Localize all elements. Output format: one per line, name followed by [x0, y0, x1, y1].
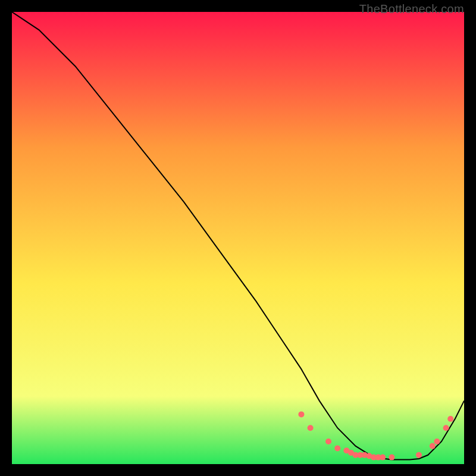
- data-marker: [380, 455, 386, 461]
- data-marker: [389, 455, 394, 461]
- data-marker: [443, 425, 449, 431]
- data-marker: [298, 411, 304, 417]
- data-marker: [308, 425, 314, 431]
- data-marker: [447, 416, 453, 422]
- chart-plot-area: [12, 12, 464, 464]
- data-marker: [416, 452, 422, 458]
- data-marker: [325, 439, 331, 444]
- data-marker: [434, 439, 440, 444]
- watermark-label: TheBottleneck.com: [359, 2, 464, 16]
- chart-svg: [12, 12, 464, 464]
- gradient-background: [12, 12, 464, 464]
- data-marker: [430, 443, 436, 449]
- data-marker: [334, 445, 340, 451]
